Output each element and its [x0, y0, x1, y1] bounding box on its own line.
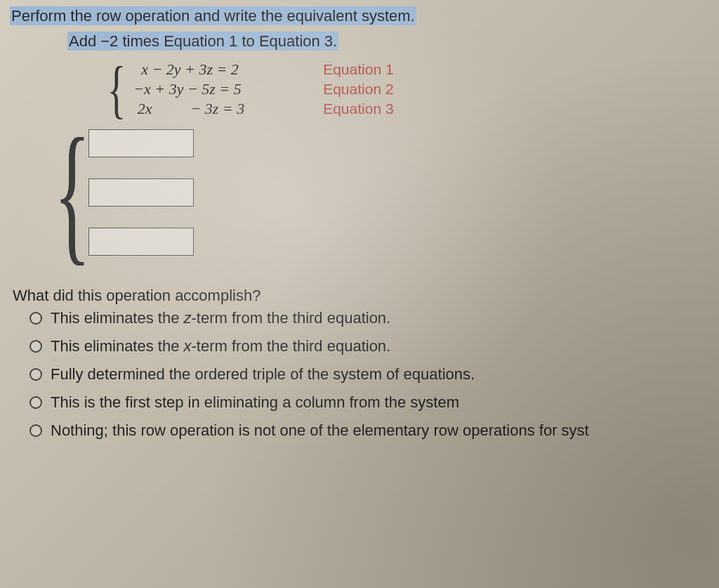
mc-option[interactable]: This eliminates the z-term from the thir… — [29, 309, 719, 327]
equation-label: Equation 2 — [323, 81, 393, 98]
mc-option-text: Fully determined the ordered triple of t… — [51, 365, 475, 384]
radio-icon[interactable] — [29, 340, 42, 353]
mc-option-text: This eliminates the z-term from the thir… — [51, 309, 390, 327]
equation-label: Equation 3 — [323, 100, 393, 117]
mc-option-text: This eliminates the x-term from the thir… — [51, 337, 390, 355]
mc-option[interactable]: This is the first step in eliminating a … — [29, 393, 719, 412]
mc-question: What did this operation accomplish? — [13, 287, 719, 305]
mc-option-text: This is the first step in eliminating a … — [51, 393, 459, 412]
answer-system: { — [35, 129, 719, 256]
brace-icon: { — [107, 65, 126, 114]
radio-icon[interactable] — [29, 312, 42, 325]
row-operation-text: Add −2 times Equation 1 to Equation 3. — [67, 32, 338, 51]
problem-title-text: Perform the row operation and write the … — [10, 6, 416, 25]
mc-option-text: Nothing; this row operation is not one o… — [51, 422, 589, 440]
mc-option[interactable]: Fully determined the ordered triple of t… — [29, 365, 719, 384]
answer-input-3[interactable] — [88, 228, 194, 256]
mc-options: This eliminates the z-term from the thir… — [29, 309, 719, 440]
problem-title: Perform the row operation and write the … — [10, 7, 719, 25]
equation-expr: x − 2y + 3z = 2 — [133, 60, 302, 79]
radio-icon[interactable] — [29, 424, 42, 437]
mc-option[interactable]: Nothing; this row operation is not one o… — [29, 422, 719, 440]
answer-inputs — [88, 129, 194, 256]
equation-row: −x + 3y − 5z = 5 Equation 2 — [133, 80, 393, 98]
answer-input-1[interactable] — [88, 129, 194, 157]
equation-row: x − 2y + 3z = 2 Equation 1 — [133, 60, 393, 79]
equation-label: Equation 1 — [323, 61, 393, 78]
mc-option[interactable]: This eliminates the x-term from the thir… — [29, 337, 719, 355]
equation-expr: −x + 3y − 5z = 5 — [133, 80, 302, 98]
equation-list: x − 2y + 3z = 2 Equation 1 −x + 3y − 5z … — [133, 60, 393, 118]
original-system: { x − 2y + 3z = 2 Equation 1 −x + 3y − 5… — [101, 60, 719, 118]
radio-icon[interactable] — [29, 368, 42, 381]
equation-row: 2x − 3z = 3 Equation 3 — [133, 100, 393, 118]
row-operation-instruction: Add −2 times Equation 1 to Equation 3. — [67, 32, 719, 51]
radio-icon[interactable] — [29, 396, 42, 409]
brace-icon: { — [53, 137, 91, 248]
equation-expr: 2x − 3z = 3 — [133, 100, 302, 118]
answer-input-2[interactable] — [88, 178, 194, 207]
